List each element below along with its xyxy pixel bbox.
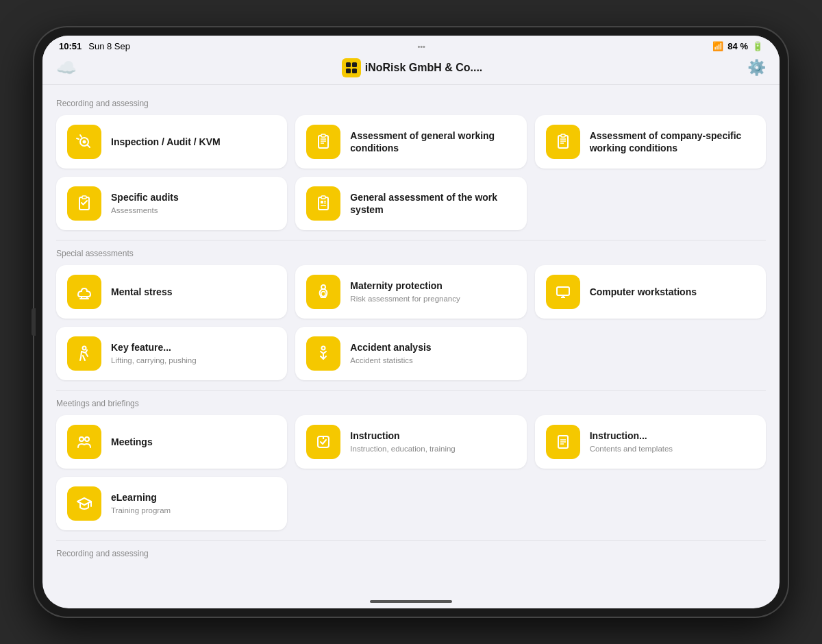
elearning-text: eLearning Training program: [111, 491, 171, 515]
svg-rect-3: [352, 69, 357, 73]
card-assessment-company[interactable]: Assessment of company-specific working c…: [535, 115, 766, 169]
settings-button[interactable]: ⚙️: [747, 59, 766, 77]
inspection-icon-wrap: [67, 125, 101, 159]
time: 10:51: [59, 41, 82, 51]
footer-section-label: Recording and assessing: [56, 549, 766, 558]
svg-rect-14: [561, 134, 565, 137]
logo-icon: [345, 62, 358, 74]
work-system-icon: [314, 194, 333, 213]
key-feature-icon: [75, 344, 94, 363]
divider-1: [56, 240, 766, 240]
card-specific-audits[interactable]: Specific audits Assessments: [56, 177, 287, 230]
specific-audits-icon: [75, 194, 94, 213]
divider-2: [56, 390, 766, 391]
svg-point-4: [83, 140, 86, 144]
header-title: iNoRisk GmbH & Co....: [365, 62, 483, 74]
instruction2-sub: Contents and templates: [590, 444, 673, 454]
card-maternity[interactable]: Maternity protection Risk assessment for…: [295, 265, 526, 319]
card-key-feature[interactable]: Key feature... Lifting, carrying, pushin…: [56, 327, 287, 380]
elearning-icon-wrap: [67, 486, 101, 521]
maternity-icon: [314, 282, 333, 301]
section-label-2: Special assessments: [56, 249, 766, 258]
card-inspection[interactable]: Inspection / Audit / KVM: [56, 115, 287, 169]
svg-rect-18: [321, 201, 323, 203]
svg-rect-9: [321, 134, 325, 137]
main-content: Recording and assessing Inspection /: [42, 85, 780, 595]
card-work-system[interactable]: General assessment of the work system: [295, 177, 526, 230]
meetings-text: Meetings: [111, 436, 153, 448]
assessment-company-text: Assessment of company-specific working c…: [590, 129, 755, 154]
specific-audits-sub: Assessments: [111, 206, 179, 216]
svg-rect-16: [82, 196, 86, 199]
inspection-icon: [75, 132, 94, 151]
section-1-grid: Inspection / Audit / KVM: [56, 115, 766, 230]
assessment-general-text: Assessment of general working conditions: [350, 129, 515, 154]
instruction2-text: Instruction... Contents and templates: [590, 430, 673, 454]
app-logo: [342, 58, 361, 77]
svg-rect-22: [321, 196, 325, 199]
empty-card-3: [295, 477, 526, 530]
status-right: 📶 84 % 🔋: [712, 41, 763, 51]
tablet-frame: 10:51 Sun 8 Sep ••• 📶 84 % 🔋 ☁️: [34, 27, 788, 617]
svg-point-27: [321, 292, 325, 297]
card-meetings[interactable]: Meetings: [56, 415, 287, 469]
mental-stress-text: Mental stress: [111, 286, 172, 298]
assessment-general-title: Assessment of general working conditions: [350, 129, 515, 154]
svg-point-31: [83, 347, 86, 350]
cloud-button[interactable]: ☁️: [56, 58, 77, 77]
instruction2-icon: [553, 432, 573, 451]
key-feature-icon-wrap: [67, 336, 101, 371]
card-instruction[interactable]: Instruction Instruction, education, trai…: [295, 415, 526, 469]
svg-rect-21: [321, 205, 326, 206]
settings-icon: ⚙️: [747, 59, 766, 77]
inspection-title: Inspection / Audit / KVM: [111, 136, 221, 148]
svg-rect-28: [557, 287, 569, 295]
svg-point-33: [79, 437, 84, 441]
specific-audits-icon-wrap: [67, 186, 101, 221]
assessment-general-icon-wrap: [306, 125, 340, 159]
key-feature-sub: Lifting, carrying, pushing: [111, 356, 197, 366]
card-computer[interactable]: Computer workstations: [535, 265, 766, 319]
status-center-dots: •••: [417, 42, 425, 51]
elearning-title: eLearning: [111, 491, 171, 504]
accident-sub: Accident statistics: [350, 356, 431, 366]
mental-stress-title: Mental stress: [111, 286, 172, 298]
empty-card-2: [535, 327, 766, 380]
section-label-3: Meetings and briefings: [56, 399, 766, 408]
home-indicator: [42, 595, 780, 608]
accident-title: Accident analysis: [350, 341, 431, 354]
battery-icon: 🔋: [752, 41, 763, 51]
card-accident[interactable]: Accident analysis Accident statistics: [295, 327, 526, 380]
svg-rect-0: [346, 62, 351, 67]
work-system-title: General assessment of the work system: [350, 191, 515, 216]
work-system-text: General assessment of the work system: [350, 191, 515, 216]
side-button: [32, 308, 36, 336]
maternity-title: Maternity protection: [350, 280, 460, 292]
svg-rect-19: [324, 201, 326, 202]
card-assessment-general[interactable]: Assessment of general working conditions: [295, 115, 526, 169]
mental-stress-icon-wrap: [67, 275, 101, 309]
accident-icon-wrap: [306, 336, 340, 371]
home-bar: [370, 600, 452, 603]
empty-card-1: [535, 177, 766, 230]
assessment-general-icon: [314, 132, 333, 151]
section-3-grid: Meetings Instruction Instruction, educat…: [56, 415, 766, 530]
card-instruction2[interactable]: Instruction... Contents and templates: [535, 415, 766, 469]
computer-icon: [553, 282, 573, 301]
status-bar: 10:51 Sun 8 Sep ••• 📶 84 % 🔋: [42, 36, 780, 54]
accident-text: Accident analysis Accident statistics: [350, 341, 431, 365]
card-elearning[interactable]: eLearning Training program: [56, 477, 287, 530]
maternity-text: Maternity protection Risk assessment for…: [350, 280, 460, 304]
cloud-icon: ☁️: [56, 58, 77, 77]
empty-card-4: [535, 477, 766, 530]
battery-percent: 84 %: [727, 41, 748, 51]
assessment-company-icon: [553, 132, 573, 151]
accident-icon: [314, 344, 333, 363]
maternity-sub: Risk assessment for pregnancy: [350, 294, 460, 304]
instruction2-title: Instruction...: [590, 430, 673, 442]
card-mental-stress[interactable]: Mental stress: [56, 265, 287, 319]
tablet-screen: 10:51 Sun 8 Sep ••• 📶 84 % 🔋 ☁️: [42, 36, 780, 608]
instruction-sub: Instruction, education, training: [350, 444, 455, 454]
inspection-text: Inspection / Audit / KVM: [111, 136, 221, 148]
instruction-icon: [314, 432, 333, 451]
